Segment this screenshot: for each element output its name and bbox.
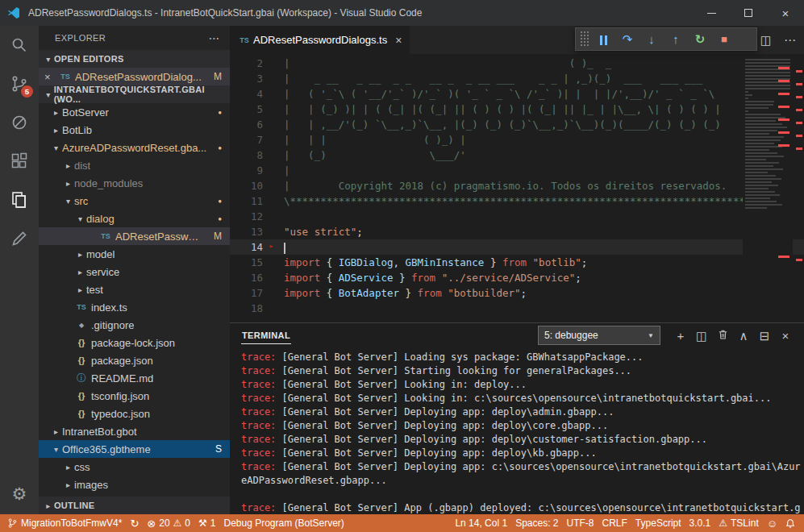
build-tasks-indicator[interactable]: ⚒ 1 [194, 514, 219, 532]
code-line[interactable]: | | ,__/'(_) `\__,_)`\__, |(_) (_) (_)`\… [230, 117, 804, 132]
line-number[interactable]: 9 [230, 163, 263, 178]
tree-item-images[interactable]: ▸images [39, 476, 230, 493]
tree-item-typedoc-json[interactable]: {}typedoc.json [39, 405, 230, 422]
explorer-activity-button[interactable] [0, 181, 39, 219]
ts-version[interactable]: 3.0.1 [685, 514, 715, 532]
tree-item-azureadpasswordreset-gba-[interactable]: ▾AzureADPasswordReset.gba...● [39, 139, 230, 156]
tree-item-office365-gbtheme[interactable]: ▾Office365.gbthemeS [39, 440, 230, 458]
split-terminal-button[interactable]: ◫ [691, 330, 712, 342]
tree-item-src[interactable]: ▾src● [39, 192, 230, 210]
tree-item-botserver[interactable]: ▸BotServer● [39, 103, 230, 121]
tree-item-readme-md[interactable]: ⓘREADME.md [39, 369, 230, 387]
terminal-output[interactable]: trace: [General Bot Server] Loading sys … [241, 351, 802, 514]
tree-item-css[interactable]: ▸css [39, 458, 230, 476]
outline-header[interactable]: ▸ OUTLINE [39, 497, 230, 514]
minimap[interactable] [743, 54, 793, 322]
code-line[interactable]: \***************************************… [230, 193, 804, 209]
sync-button[interactable]: ↻ [126, 514, 143, 532]
line-number[interactable]: 5 [230, 102, 263, 117]
tree-item-dialog[interactable]: ▾dialog● [39, 210, 230, 227]
tree-item-service[interactable]: ▸service [39, 263, 230, 281]
edit-activity-button[interactable] [0, 219, 39, 258]
line-number[interactable]: 15 [230, 255, 263, 270]
tree-item-tsconfig-json[interactable]: {}tsconfig.json [39, 387, 230, 405]
tab-close-icon[interactable]: × [395, 34, 402, 47]
code-line[interactable]: import { BotAdapter } from "botbuilder"; [230, 285, 804, 301]
code-line[interactable] [230, 301, 804, 316]
line-number[interactable]: 7 [230, 132, 263, 148]
cursor-position[interactable]: Ln 14, Col 1 [451, 514, 511, 532]
pause-button[interactable] [591, 33, 615, 45]
tree-item-package-json[interactable]: {}package.json [39, 351, 230, 369]
maximize-button[interactable] [730, 0, 767, 26]
code-line[interactable]: | ( )_ _ | [230, 56, 804, 71]
collapse-panel-button[interactable]: ∧ [733, 330, 754, 342]
line-number[interactable]: 13 [230, 224, 263, 239]
settings-button[interactable]: ⚙ [0, 474, 39, 513]
tree-item-package-lock-json[interactable]: {}package-lock.json [39, 334, 230, 351]
tslint-status[interactable]: ⚠ TSLint [714, 514, 762, 532]
tree-item-dist[interactable]: ▸dist [39, 156, 230, 174]
new-terminal-button[interactable]: + [670, 330, 691, 342]
notifications-bell-button[interactable] [781, 514, 799, 532]
language-mode[interactable]: TypeScript [631, 514, 685, 532]
restart-button[interactable]: ↻ [688, 33, 712, 45]
open-editor-item[interactable]: ×TSADResetPasswordDialog...M [39, 68, 230, 85]
line-number[interactable]: 18 [230, 301, 263, 316]
line-number[interactable]: 3 [230, 71, 263, 86]
feedback-smiley-button[interactable]: ☺ [763, 514, 781, 532]
line-number[interactable]: 11 [230, 193, 263, 209]
split-editor-button[interactable]: ◫ [760, 33, 772, 48]
tree-item-botlib[interactable]: ▸BotLib [39, 121, 230, 139]
more-actions-button[interactable]: ⋯ [784, 33, 796, 48]
code-line[interactable] [230, 209, 804, 224]
line-number[interactable]: 10 [230, 178, 263, 193]
close-panel-button[interactable]: × [775, 330, 796, 342]
code-line[interactable]: | | (_) )| | ( (_| |( (_| || ( ) ( ) |( … [230, 102, 804, 117]
indentation-status[interactable]: Spaces: 2 [511, 514, 562, 532]
maximize-panel-button[interactable]: ⊟ [754, 330, 775, 342]
close-button[interactable]: × [767, 0, 804, 26]
code-line[interactable]: "use strict"; [230, 224, 804, 239]
tree-item-model[interactable]: ▸model [39, 245, 230, 263]
line-number[interactable]: 2 [230, 56, 263, 71]
tree-item-intranetbot-gbot[interactable]: ▸IntranetBot.gbot [39, 422, 230, 440]
tree-item-adresetpassworddial-[interactable]: TSADResetPasswordDial...M [39, 227, 230, 245]
terminal-selector[interactable]: 5: debuggee ▼ [538, 326, 660, 345]
line-number[interactable]: 4 [230, 86, 263, 102]
eol-status[interactable]: CRLF [598, 514, 631, 532]
line-number[interactable]: 14▸ [230, 239, 263, 255]
step-over-button[interactable]: ↷ [615, 33, 639, 45]
search-activity-button[interactable] [0, 26, 39, 64]
tab-adresetpassworddialogs[interactable]: TS ADResetPasswordDialogs.ts × [230, 26, 410, 54]
minimize-button[interactable] [693, 0, 730, 26]
code-line[interactable]: | _ __ _ __ _ _ __ _ _ __ ___ _ _ | ,_)(… [230, 71, 804, 86]
debug-activity-button[interactable] [0, 103, 39, 142]
source-control-activity-button[interactable]: 5 [0, 64, 39, 103]
sidebar-more-actions-icon[interactable]: ⋯ [209, 31, 220, 44]
line-number[interactable]: 12 [230, 209, 263, 224]
open-editors-header[interactable]: ▾ OPEN EDITORS [39, 50, 230, 68]
terminal-tab[interactable]: TERMINAL [241, 326, 291, 344]
extensions-activity-button[interactable] [0, 142, 39, 181]
stop-button[interactable]: ■ [712, 34, 736, 44]
code-line[interactable]: import { ADService } from "../service/AD… [230, 270, 804, 285]
debug-target-status[interactable]: Debug Program (BotServer) [219, 514, 348, 532]
line-number[interactable]: 8 [230, 148, 263, 163]
code-line[interactable] [230, 239, 804, 255]
encoding-status[interactable]: UTF-8 [563, 514, 598, 532]
close-editor-icon[interactable]: × [44, 71, 58, 83]
tree-item-index-ts[interactable]: TSindex.ts [39, 298, 230, 316]
step-into-button[interactable]: ↓ [639, 33, 664, 45]
tree-item-node-modules[interactable]: ▸node_modules [39, 174, 230, 192]
step-out-button[interactable]: ↑ [664, 33, 688, 45]
line-number[interactable]: 6 [230, 117, 263, 132]
code-line[interactable]: | (_) \___/' | [230, 148, 804, 163]
kill-terminal-button[interactable] [712, 329, 733, 342]
code-line[interactable]: | | | ( )_) | | [230, 132, 804, 148]
line-number[interactable]: 16 [230, 270, 263, 285]
problems-indicator[interactable]: ⊗ 20 ⚠ 0 [143, 514, 194, 532]
git-branch-status[interactable]: MigrationToBotFmwV4* [3, 514, 126, 532]
line-number[interactable]: 17 [230, 285, 263, 301]
code-line[interactable]: import { IGBDialog, GBMinInstance } from… [230, 255, 804, 270]
